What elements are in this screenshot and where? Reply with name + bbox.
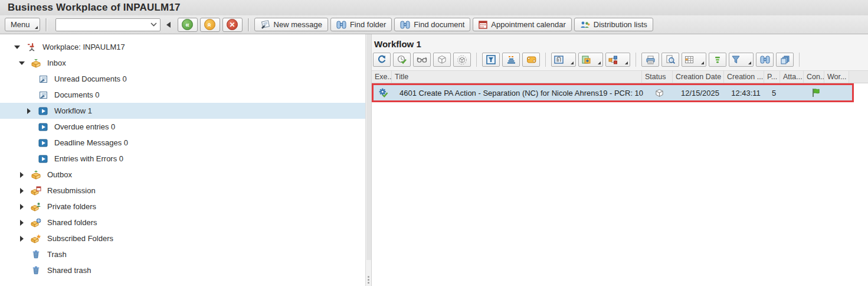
- tree-item-entries-with-errors[interactable]: Entries with Errors 0: [0, 151, 365, 167]
- tree-item-label: Inbox: [47, 58, 66, 67]
- execute-button[interactable]: [393, 53, 411, 67]
- workitem-cell[interactable]: [826, 85, 851, 100]
- people-icon: [580, 21, 590, 29]
- private-folders-icon: [31, 202, 41, 212]
- new-message-button[interactable]: New message: [254, 18, 328, 31]
- find-in-document-button[interactable]: [661, 53, 679, 67]
- find-button[interactable]: [756, 53, 774, 67]
- cube-icon: [655, 89, 664, 98]
- scrollbar-thumb[interactable]: [366, 34, 371, 260]
- tree-item-private-folders[interactable]: Private folders: [0, 199, 365, 214]
- expander-icon[interactable]: [18, 188, 26, 194]
- column-header-workitem[interactable]: Wor...: [824, 71, 849, 83]
- page-up-button[interactable]: «: [200, 18, 220, 32]
- main-toolbar: Menu « « ✕ New message Find folder: [0, 15, 868, 34]
- new-message-icon: [260, 20, 270, 29]
- tree-item-inbox[interactable]: Inbox: [0, 55, 365, 71]
- create-folder-button[interactable]: [578, 53, 603, 67]
- tree-item-overdue-entries[interactable]: Overdue entries 0: [0, 119, 365, 135]
- column-header-executable[interactable]: Exe...: [372, 71, 392, 83]
- table-body: 4601 Create PA Action - Separation (NC) …: [372, 83, 868, 286]
- page-title: Business Workplace of INPAULM17: [8, 2, 181, 14]
- folder-tree: Workplace: INPAULM17 Inbox Unread Docume…: [0, 34, 365, 286]
- column-header-attachments[interactable]: Atta...: [780, 71, 804, 83]
- expander-icon[interactable]: [13, 46, 21, 49]
- chevron-down-icon[interactable]: [150, 22, 157, 27]
- binoculars-icon: [336, 21, 346, 29]
- splitter-grip-icon[interactable]: [368, 276, 369, 284]
- tree-item-documents[interactable]: Documents 0: [0, 87, 365, 103]
- table-header: Exe... Title Status Creation Date Creati…: [372, 70, 868, 83]
- expander-icon[interactable]: [25, 108, 33, 114]
- tree-item-unread-documents[interactable]: Unread Documents 0: [0, 71, 365, 87]
- copy-list-button[interactable]: [776, 53, 794, 67]
- replay-steps-icon: [506, 55, 516, 64]
- collapse-command-field-icon[interactable]: [166, 22, 171, 28]
- expander-icon[interactable]: [18, 172, 26, 178]
- workplace-icon: [26, 42, 37, 52]
- menu-button[interactable]: Menu: [5, 18, 40, 31]
- creation-date-cell[interactable]: 12/15/2025: [674, 85, 726, 100]
- menu-dropdown-corner-icon: [35, 26, 38, 29]
- tree-item-deadline-messages[interactable]: Deadline Messages 0: [0, 135, 365, 151]
- expander-icon[interactable]: [18, 204, 26, 210]
- print-button[interactable]: [641, 53, 659, 67]
- replay-button[interactable]: [502, 53, 520, 67]
- expander-icon[interactable]: [18, 220, 26, 226]
- trash-icon: [31, 265, 41, 275]
- tree-scrollbar[interactable]: [365, 34, 371, 286]
- appointment-calendar-button[interactable]: Appointment calendar: [473, 18, 571, 31]
- tree-item-trash[interactable]: Trash: [0, 246, 365, 262]
- refresh-icon: [377, 55, 386, 64]
- workitem-title[interactable]: 4601 Create PA Action - Separation (NC) …: [394, 85, 644, 100]
- expander-icon[interactable]: [18, 236, 26, 242]
- tree-item-label: Documents 0: [54, 90, 100, 99]
- column-header-status[interactable]: Status: [642, 71, 673, 83]
- outbox-icon: [31, 170, 41, 180]
- tree-item-label: Deadline Messages 0: [54, 138, 128, 147]
- column-header-creation-time[interactable]: Creation ...: [724, 71, 764, 83]
- column-header-creation-date[interactable]: Creation Date: [673, 71, 724, 83]
- expander-icon[interactable]: [18, 61, 26, 65]
- forward-button[interactable]: [482, 53, 500, 67]
- object-button[interactable]: [433, 53, 451, 67]
- filter-button[interactable]: [729, 53, 754, 67]
- dropdown-corner-icon: [625, 61, 628, 64]
- status-cell[interactable]: [644, 85, 674, 100]
- tree-item-outbox[interactable]: Outbox: [0, 167, 365, 183]
- confirmation-cell[interactable]: [805, 85, 826, 100]
- org-assignment-button[interactable]: [605, 53, 630, 67]
- cancel-button[interactable]: ✕: [222, 18, 243, 32]
- back-button[interactable]: «: [178, 18, 198, 32]
- creation-time-cell[interactable]: 12:43:11: [726, 85, 766, 100]
- tree-item-workplace[interactable]: Workplace: INPAULM17: [0, 39, 365, 55]
- tree-item-workflow[interactable]: Workflow 1: [0, 103, 365, 119]
- table-settings-button[interactable]: [682, 53, 706, 67]
- column-header-confirmation[interactable]: Con...: [804, 71, 824, 83]
- tree-item-shared-folders[interactable]: Shared folders: [0, 214, 365, 230]
- find-document-button[interactable]: Find document: [394, 18, 470, 31]
- priority-cell[interactable]: 5: [766, 85, 782, 100]
- page-up-icon: «: [204, 19, 215, 30]
- tree-item-resubmission[interactable]: Resubmission: [0, 183, 365, 199]
- command-field[interactable]: [55, 18, 161, 31]
- find-folder-button[interactable]: Find folder: [330, 18, 392, 31]
- resubmission-icon: [31, 186, 41, 196]
- column-header-title[interactable]: Title: [392, 71, 642, 83]
- tree-item-shared-trash[interactable]: Shared trash: [0, 262, 365, 278]
- distribution-lists-button[interactable]: Distribution lists: [574, 18, 653, 31]
- attachments-cell[interactable]: [782, 85, 805, 100]
- refresh-button[interactable]: [373, 53, 391, 67]
- sort-button[interactable]: [709, 53, 726, 67]
- attachments-button[interactable]: [551, 53, 576, 67]
- toolbar-separator: [248, 18, 249, 31]
- tree-item-subscribed-folders[interactable]: Subscribed Folders: [0, 230, 365, 246]
- executable-cell[interactable]: [374, 85, 394, 100]
- workitem-row[interactable]: 4601 Create PA Action - Separation (NC) …: [374, 85, 852, 100]
- column-header-priority[interactable]: P...: [764, 71, 780, 83]
- object-reference-button[interactable]: [453, 53, 471, 67]
- binoculars-icon: [760, 56, 770, 64]
- inbox-icon: [31, 58, 41, 68]
- workflow-log-button[interactable]: [522, 53, 540, 67]
- display-button[interactable]: [413, 53, 431, 67]
